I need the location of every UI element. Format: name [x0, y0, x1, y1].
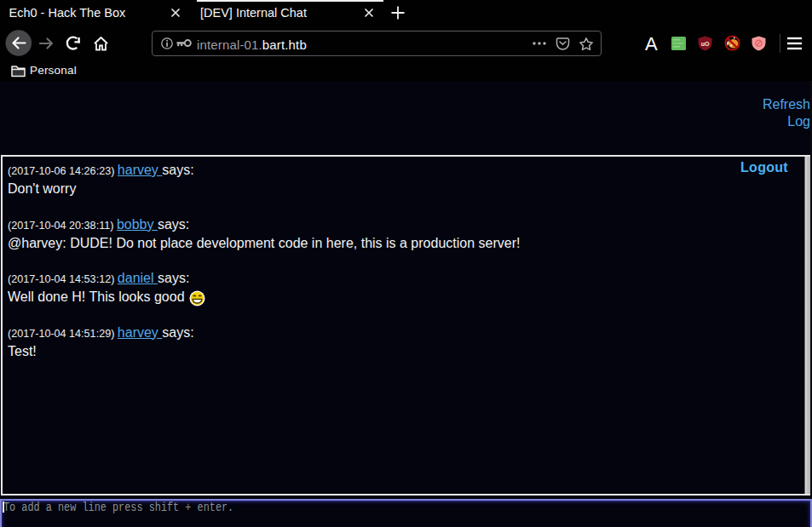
svg-text:uO: uO	[701, 41, 710, 47]
